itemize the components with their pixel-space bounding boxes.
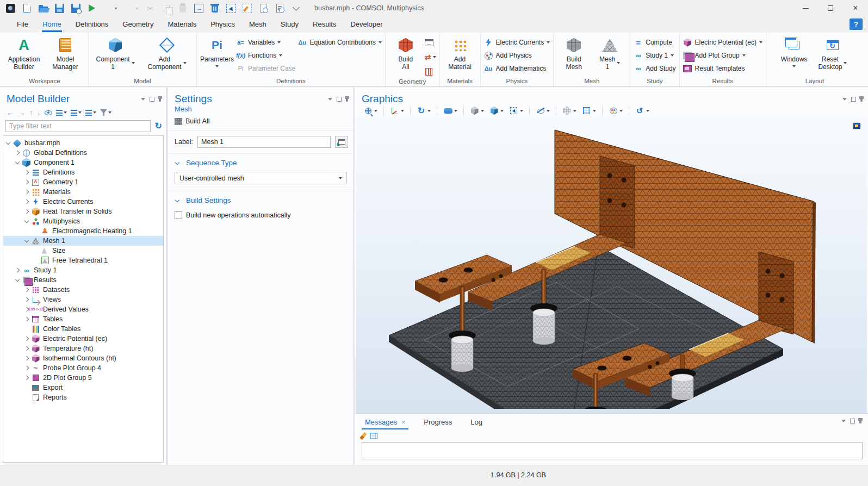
tree-item-free-tetrahedral-1[interactable]: Free Tetrahedral 1 bbox=[3, 256, 163, 265]
help-button[interactable]: ? bbox=[850, 18, 863, 30]
select-boundaries-button[interactable] bbox=[488, 105, 505, 116]
sequence-type-select[interactable]: User-controlled mesh bbox=[175, 172, 347, 184]
tree-collapsed-chevron-icon[interactable] bbox=[24, 366, 29, 370]
panel-pin-icon[interactable] bbox=[159, 96, 161, 102]
import-geometry-button[interactable] bbox=[425, 37, 436, 48]
build-mesh-button[interactable]: Build Mesh bbox=[557, 36, 591, 71]
rotate-button[interactable]: ↻ bbox=[415, 105, 432, 116]
tree-item-mesh-1[interactable]: Mesh 1 bbox=[3, 236, 163, 246]
tree-collapsed-chevron-icon[interactable] bbox=[15, 151, 20, 155]
functions-button[interactable]: f(x) Functions bbox=[236, 50, 295, 61]
panel-menu-caret-icon[interactable] bbox=[842, 98, 847, 101]
move-down-button[interactable]: ↓ bbox=[37, 108, 41, 117]
tree-expanded-chevron-icon[interactable] bbox=[15, 160, 20, 164]
tree-item-isothermal-contours-ht[interactable]: Isothermal Contours (ht) bbox=[3, 353, 163, 363]
replace-geometry-button[interactable]: ⇄ bbox=[425, 52, 436, 63]
tab-messages[interactable]: Messages× bbox=[362, 416, 408, 429]
model-manager-button[interactable]: Model Manager bbox=[46, 36, 85, 71]
reset-desktop-button[interactable]: Reset Desktop bbox=[813, 36, 852, 71]
tree-item-temperature-ht[interactable]: Temperature (ht) bbox=[3, 344, 163, 353]
filter-button[interactable] bbox=[100, 109, 111, 116]
panel-menu-caret-icon[interactable] bbox=[141, 98, 145, 101]
virtual-operations-button[interactable] bbox=[425, 66, 436, 77]
move-up-button[interactable]: ↑ bbox=[29, 108, 33, 117]
tree-collapsed-chevron-icon[interactable] bbox=[24, 297, 29, 302]
tree-item-tables[interactable]: Tables bbox=[3, 314, 163, 324]
panel-menu-caret-icon[interactable] bbox=[841, 420, 846, 422]
tree-collapsed-chevron-icon[interactable] bbox=[24, 288, 29, 292]
study-1-button[interactable]: ∞ Study 1 bbox=[634, 50, 675, 61]
add-plot-group-button[interactable]: Add Plot Group bbox=[683, 50, 762, 61]
compute-button[interactable]: = Compute bbox=[634, 37, 675, 48]
hide-button[interactable] bbox=[534, 105, 551, 116]
select-box-button[interactable] bbox=[507, 105, 525, 116]
menu-tab-file[interactable]: File bbox=[10, 17, 35, 32]
component-1-button[interactable]: Component 1 bbox=[92, 36, 139, 71]
tree-item-size[interactable]: Size bbox=[3, 246, 163, 256]
expand-all-button[interactable] bbox=[56, 110, 67, 116]
mesh-1-button[interactable]: Mesh 1 bbox=[593, 36, 627, 71]
select-box-button[interactable] bbox=[225, 3, 237, 14]
app-logo-button[interactable] bbox=[4, 3, 17, 14]
tree-collapsed-chevron-icon[interactable] bbox=[24, 200, 29, 204]
panel-maximize-icon[interactable] bbox=[850, 419, 855, 423]
menu-tab-developer[interactable]: Developer bbox=[343, 17, 389, 32]
tree-collapsed-chevron-icon[interactable] bbox=[15, 268, 20, 272]
menu-tab-study[interactable]: Study bbox=[274, 17, 306, 32]
tree-item-color-tables[interactable]: Color Tables bbox=[3, 324, 163, 334]
run-button[interactable] bbox=[86, 3, 98, 14]
save-search-button[interactable] bbox=[70, 3, 82, 14]
sequence-type-section-header[interactable]: Sequence Type bbox=[168, 154, 354, 171]
tree-expanded-chevron-icon[interactable] bbox=[24, 238, 29, 242]
panel-maximize-icon[interactable] bbox=[851, 97, 856, 102]
minimize-button[interactable] bbox=[793, 0, 818, 16]
variables-button[interactable]: a= Variables bbox=[236, 37, 295, 48]
windows-button[interactable]: Windows bbox=[777, 36, 811, 67]
rename-button[interactable] bbox=[335, 136, 348, 148]
result-templates-button[interactable]: Result Templates bbox=[683, 63, 762, 74]
preferences-search-button[interactable] bbox=[274, 3, 286, 14]
graphics-canvas[interactable] bbox=[356, 118, 867, 413]
tree-collapsed-chevron-icon[interactable] bbox=[24, 317, 29, 321]
add-physics-button[interactable]: Add Physics bbox=[484, 50, 550, 61]
tree-item-geometry-1[interactable]: Geometry 1 bbox=[3, 177, 163, 187]
tree-expanded-chevron-icon[interactable] bbox=[6, 140, 10, 145]
add-component-button[interactable]: Add Component bbox=[141, 36, 193, 71]
menu-tab-home[interactable]: Home bbox=[35, 17, 69, 32]
tree-item-multiphysics[interactable]: Multiphysics bbox=[3, 216, 163, 226]
tree-item-results[interactable]: Results bbox=[3, 275, 163, 285]
tree-expanded-chevron-icon[interactable] bbox=[24, 219, 29, 223]
panel-menu-caret-icon[interactable] bbox=[328, 98, 332, 101]
delete-button[interactable] bbox=[209, 3, 221, 14]
tree-item-derived-values[interactable]: 8.85 e-12Derived Values bbox=[3, 304, 163, 314]
application-builder-button[interactable]: A Application Builder bbox=[4, 36, 44, 71]
refresh-icon[interactable]: ↻ bbox=[155, 122, 162, 130]
open-button[interactable] bbox=[37, 3, 49, 14]
add-material-button[interactable]: Add Material bbox=[443, 36, 477, 71]
collapse-all-button[interactable] bbox=[71, 110, 82, 116]
menu-tab-geometry[interactable]: Geometry bbox=[115, 17, 160, 32]
tab-log[interactable]: Log bbox=[467, 416, 486, 429]
tree-item-export[interactable]: Export bbox=[3, 383, 163, 392]
undo-button[interactable] bbox=[102, 3, 119, 14]
color-palette-button[interactable] bbox=[607, 105, 624, 116]
tree-item-study-1[interactable]: ∞Study 1 bbox=[3, 265, 163, 275]
update-button[interactable]: ↻ bbox=[634, 105, 651, 116]
scene-light-button[interactable] bbox=[442, 105, 459, 116]
duplicate-button[interactable] bbox=[193, 3, 205, 14]
menu-tab-results[interactable]: Results bbox=[306, 17, 343, 32]
go-forward-button[interactable]: → bbox=[18, 108, 26, 117]
maximize-button[interactable] bbox=[818, 0, 843, 16]
tree-item-views[interactable]: Views bbox=[3, 295, 163, 304]
tab-progress[interactable]: Progress bbox=[420, 416, 455, 429]
settings-build-all-button[interactable]: Build All bbox=[185, 117, 209, 125]
build-new-operations-checkbox[interactable] bbox=[175, 211, 182, 219]
build-all-geometry-button[interactable]: Build All bbox=[389, 36, 423, 71]
tree-collapsed-chevron-icon[interactable] bbox=[24, 190, 29, 194]
save-button[interactable] bbox=[53, 3, 66, 14]
add-study-button[interactable]: ∞ Add Study bbox=[634, 63, 675, 74]
select-domains-button[interactable] bbox=[468, 105, 486, 116]
build-settings-section-header[interactable]: Build Settings bbox=[168, 191, 354, 208]
panel-maximize-icon[interactable] bbox=[150, 97, 154, 102]
menu-tab-physics[interactable]: Physics bbox=[203, 17, 242, 32]
